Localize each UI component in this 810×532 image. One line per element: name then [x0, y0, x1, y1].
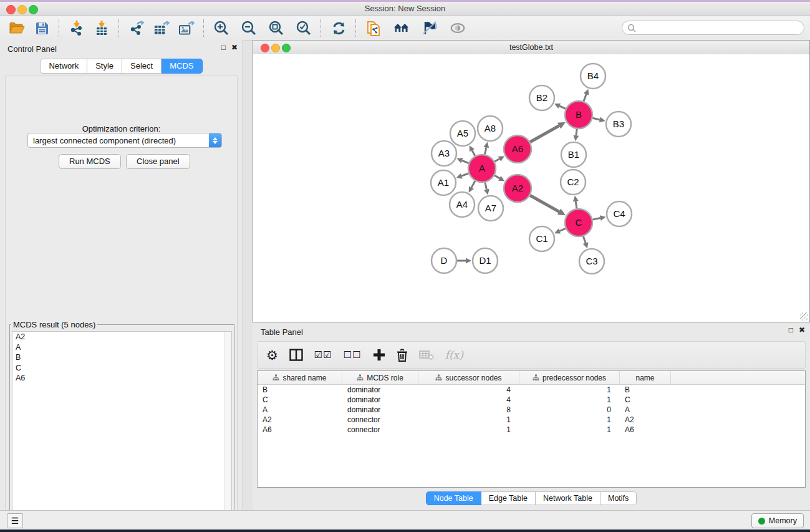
table-row[interactable]: A6connector11A6: [258, 425, 805, 435]
zoom-fit-icon[interactable]: [268, 20, 284, 36]
node-B3[interactable]: B3: [606, 112, 631, 137]
function-builder-icon[interactable]: f(x): [445, 349, 463, 361]
show-columns-icon[interactable]: [289, 349, 303, 361]
result-scrollbar[interactable]: [224, 332, 231, 528]
home-icon[interactable]: [393, 20, 410, 36]
mcds-result-item[interactable]: A2: [12, 332, 231, 342]
tab-network-table[interactable]: Network Table: [536, 491, 600, 505]
table-row[interactable]: Bdominator41B: [258, 385, 805, 395]
edge-A2-C[interactable]: [530, 195, 559, 211]
mcds-result-item[interactable]: A6: [12, 373, 231, 384]
node-B2[interactable]: B2: [529, 85, 554, 110]
mcds-result-item[interactable]: A: [12, 342, 231, 353]
node-B1[interactable]: B1: [561, 142, 586, 167]
node-A4[interactable]: A4: [450, 192, 475, 217]
float-panel-icon[interactable]: □: [221, 43, 226, 52]
zoom-selected-icon[interactable]: [296, 20, 312, 36]
edge-A6-B[interactable]: [530, 126, 559, 142]
show-hide-icon[interactable]: [450, 20, 466, 36]
clone-network-icon[interactable]: [365, 20, 382, 36]
export-image-icon[interactable]: [178, 20, 195, 36]
edge-B-B2[interactable]: [559, 106, 566, 109]
node-A1[interactable]: A1: [431, 170, 456, 195]
node-C1[interactable]: C1: [529, 226, 554, 251]
close-panel-icon[interactable]: ✖: [231, 43, 238, 52]
mcds-result-item[interactable]: B: [12, 352, 231, 363]
edge-C-C1[interactable]: [559, 228, 566, 231]
run-mcds-button[interactable]: Run MCDS: [59, 154, 121, 169]
refresh-icon[interactable]: [330, 20, 347, 36]
table-row[interactable]: Cdominator41C: [258, 395, 805, 405]
node-C[interactable]: C: [565, 209, 592, 236]
zoom-out-icon[interactable]: [241, 20, 257, 36]
node-A5[interactable]: A5: [450, 121, 475, 146]
search-input[interactable]: [639, 23, 804, 33]
tab-style[interactable]: Style: [87, 59, 122, 74]
import-network-icon[interactable]: [69, 20, 85, 36]
criterion-select[interactable]: largest connected component (directed): [27, 133, 222, 148]
node-A7[interactable]: A7: [478, 196, 503, 221]
edge-B-B3[interactable]: [592, 118, 599, 120]
tab-edge-table[interactable]: Edge Table: [481, 491, 536, 505]
edge-C-C4[interactable]: [592, 218, 600, 220]
edge-A-A2[interactable]: [494, 175, 499, 178]
node-C2[interactable]: C2: [561, 170, 586, 195]
edge-B-B4[interactable]: [584, 94, 586, 101]
node-D1[interactable]: D1: [473, 248, 498, 273]
node-A8[interactable]: A8: [478, 116, 503, 141]
network-canvas[interactable]: B4B2BB3A8A5A6A3B1AA1C2A2A4A7C4CC1C3DD1: [253, 54, 809, 322]
export-network-icon[interactable]: [128, 20, 145, 36]
export-table-icon[interactable]: [153, 20, 170, 36]
zoom-in-icon[interactable]: [213, 20, 229, 36]
table-row[interactable]: Adominator80A: [258, 405, 805, 415]
column-header-name[interactable]: name: [620, 371, 671, 384]
column-header-predecessor-nodes[interactable]: predecessor nodes: [519, 371, 620, 384]
edge-C-C2[interactable]: [576, 201, 577, 209]
edge-A-A7[interactable]: [485, 182, 486, 189]
edge-B-B1[interactable]: [576, 129, 577, 135]
mcds-result-item[interactable]: C: [12, 363, 231, 374]
close-table-panel-icon[interactable]: ✖: [799, 326, 805, 334]
node-A6[interactable]: A6: [504, 135, 531, 163]
node-A3[interactable]: A3: [432, 141, 456, 166]
memory-button[interactable]: Memory: [751, 513, 804, 528]
tab-select[interactable]: Select: [122, 59, 162, 74]
tab-motifs[interactable]: Motifs: [600, 491, 637, 505]
task-history-icon[interactable]: ☰: [7, 513, 23, 528]
node-C4[interactable]: C4: [607, 201, 632, 226]
delete-column-icon[interactable]: [397, 349, 408, 362]
node-table[interactable]: shared nameMCDS rolesuccessor nodesprede…: [257, 370, 806, 488]
edge-A-A3[interactable]: [462, 160, 469, 163]
tab-mcds[interactable]: MCDS: [162, 59, 202, 74]
mcds-result-list[interactable]: A2ABCA6: [12, 331, 232, 528]
node-D[interactable]: D: [432, 248, 456, 273]
window-resize-grip[interactable]: [800, 312, 808, 321]
table-mode-icon[interactable]: ⚙: [266, 349, 278, 362]
search-box[interactable]: [622, 21, 804, 35]
tab-network[interactable]: Network: [40, 59, 87, 74]
edge-A-A4[interactable]: [471, 181, 475, 188]
close-panel-button[interactable]: Close panel: [126, 154, 190, 169]
edge-A-A8[interactable]: [485, 147, 486, 154]
deselect-all-icon[interactable]: ☐☐: [344, 349, 362, 360]
node-A2[interactable]: A2: [504, 175, 531, 202]
select-all-icon[interactable]: ☑☑: [314, 349, 332, 360]
column-header-successor-nodes[interactable]: successor nodes: [418, 371, 519, 384]
open-file-icon[interactable]: [9, 20, 25, 36]
network-graph[interactable]: B4B2BB3A8A5A6A3B1AA1C2A2A4A7C4CC1C3DD1: [253, 54, 809, 322]
edge-A-A6[interactable]: [494, 159, 499, 162]
table-row[interactable]: A2connector11A2: [258, 415, 805, 425]
node-A[interactable]: A: [468, 155, 496, 182]
float-table-panel-icon[interactable]: □: [789, 326, 793, 334]
edge-C-C3[interactable]: [583, 236, 586, 243]
save-session-icon[interactable]: [34, 20, 50, 36]
node-B4[interactable]: B4: [581, 64, 605, 89]
edge-A-A1[interactable]: [461, 173, 468, 176]
node-C3[interactable]: C3: [579, 249, 604, 274]
node-B[interactable]: B: [565, 101, 592, 128]
delete-table-icon[interactable]: [419, 349, 434, 360]
column-header-MCDS-role[interactable]: MCDS role: [342, 371, 418, 384]
edge-A-A5[interactable]: [472, 150, 475, 156]
hide-graphics-details-icon[interactable]: [422, 20, 438, 36]
tab-node-table[interactable]: Node Table: [426, 491, 481, 505]
